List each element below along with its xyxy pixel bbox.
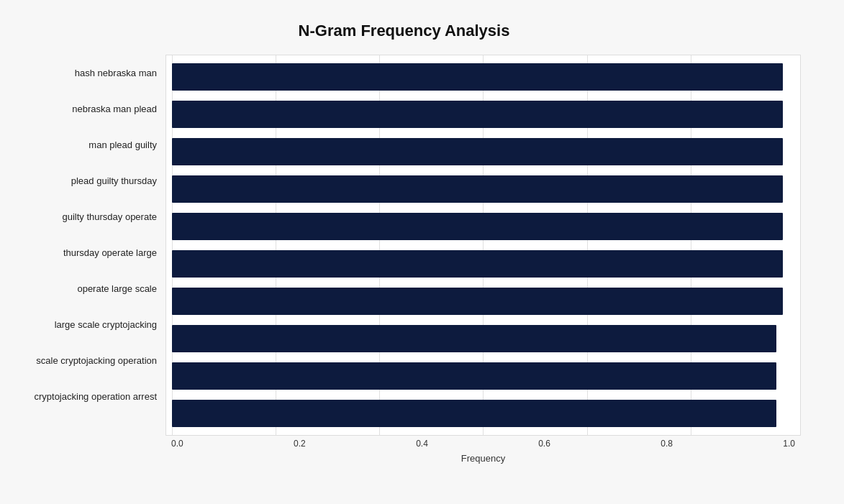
bar — [172, 288, 783, 315]
x-ticks: 0.00.20.40.60.81.0 — [165, 439, 801, 449]
bar-row — [166, 320, 800, 357]
y-axis-label: nebraska man plead — [72, 104, 157, 114]
bar-row — [166, 245, 800, 283]
bar — [172, 101, 783, 128]
y-axis-label: guilty thursday operate — [62, 212, 157, 221]
bar — [172, 213, 783, 240]
chart-title: N-Gram Frequency Analysis — [7, 22, 801, 40]
bar — [172, 250, 783, 278]
x-tick: 0.0 — [171, 439, 183, 449]
chart-container: N-Gram Frequency Analysis hash nebraska … — [0, 0, 844, 504]
y-axis-label: thursday operate large — [63, 248, 157, 257]
bar — [172, 63, 783, 91]
bar — [172, 325, 776, 352]
x-tick: 0.4 — [416, 439, 428, 449]
x-tick: 0.8 — [661, 439, 673, 449]
y-axis-label: plead guilty thursday — [71, 176, 157, 185]
bar-row — [166, 170, 800, 208]
y-axis-label: scale cryptojacking operation — [36, 356, 157, 365]
y-axis-label: hash nebraska man — [75, 68, 157, 78]
x-tick: 0.2 — [294, 439, 306, 449]
chart-area: hash nebraska mannebraska man pleadman p… — [7, 55, 801, 436]
bar-row — [166, 357, 800, 395]
bar-row — [166, 58, 800, 96]
bar-row — [166, 208, 800, 245]
bar — [172, 400, 776, 427]
y-axis-label: operate large scale — [77, 284, 157, 293]
bar — [172, 362, 776, 390]
x-axis: 0.00.20.40.60.81.0 Frequency — [165, 439, 801, 464]
bar-row — [166, 283, 800, 320]
y-axis-label: large scale cryptojacking — [55, 320, 157, 329]
bar — [172, 138, 783, 165]
x-tick: 1.0 — [783, 439, 795, 449]
plot-area: 0.00.20.40.60.81.0 Frequency — [165, 55, 801, 436]
bar — [172, 175, 783, 203]
bar-row — [166, 96, 800, 133]
x-axis-label: Frequency — [165, 453, 801, 464]
bars-section — [165, 55, 801, 436]
y-axis: hash nebraska mannebraska man pleadman p… — [7, 55, 165, 436]
x-tick: 0.6 — [538, 439, 550, 449]
y-axis-label: cryptojacking operation arrest — [34, 392, 157, 401]
bar-row — [166, 395, 800, 432]
bar-row — [166, 133, 800, 170]
y-axis-label: man plead guilty — [89, 140, 157, 150]
